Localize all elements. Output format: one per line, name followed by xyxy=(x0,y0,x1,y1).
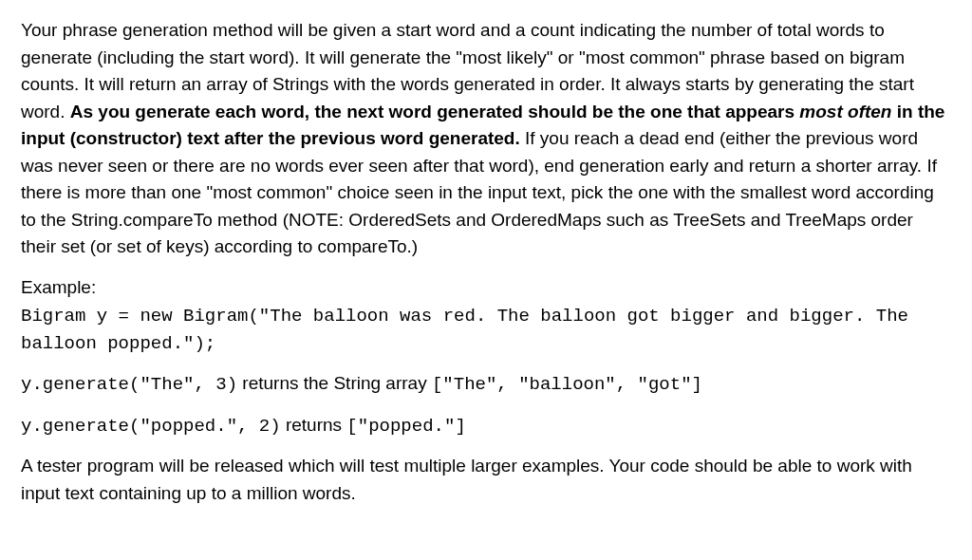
code-call-1: y.generate("The", 3) xyxy=(21,374,237,395)
returns-text-1: returns the String array xyxy=(237,373,432,393)
bold-italic-segment: most often xyxy=(799,102,891,121)
code-result-1: ["The", "balloon", "got"] xyxy=(432,374,702,395)
example-label: Example: xyxy=(21,274,951,302)
instruction-paragraph: Your phrase generation method will be gi… xyxy=(21,17,951,261)
code-constructor: Bigram y = new Bigram("The balloon was r… xyxy=(21,303,951,357)
code-example-2: y.generate("popped.", 2) returns ["poppe… xyxy=(21,412,951,440)
returns-text-2: returns xyxy=(281,415,347,435)
code-call-2: y.generate("popped.", 2) xyxy=(21,416,281,437)
code-result-2: ["popped."] xyxy=(346,416,465,437)
tester-paragraph: A tester program will be released which … xyxy=(21,453,951,507)
code-example-1: y.generate("The", 3) returns the String … xyxy=(21,370,951,399)
bold-segment-1: As you generate each word, the next word… xyxy=(70,102,800,121)
